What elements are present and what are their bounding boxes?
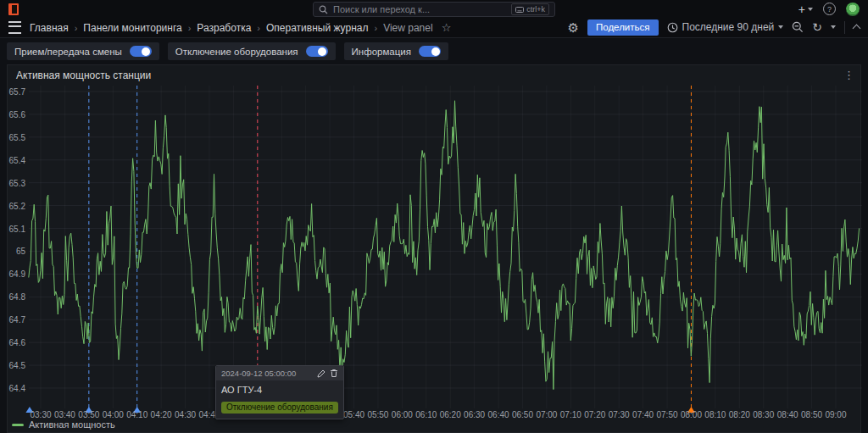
gear-icon[interactable]: ⚙ — [568, 21, 579, 34]
menu-icon[interactable] — [8, 21, 21, 34]
chart-panel: Активная мощность станции ⋮ 65.765.665.5… — [7, 64, 861, 433]
breadcrumb: Главная › Панели мониторинга › Разработк… — [30, 22, 433, 34]
y-tick-label: 65.4 — [8, 156, 25, 165]
filter-label: Информация — [352, 47, 411, 57]
keyboard-icon — [515, 7, 524, 13]
series-legend-label: Активная мощность — [29, 419, 115, 430]
chevron-right-icon: › — [188, 23, 192, 33]
time-range-label: Последние 90 дней — [682, 21, 775, 33]
chart-legend[interactable]: Активная мощность — [12, 419, 115, 430]
chevron-up-icon[interactable] — [853, 25, 861, 33]
breadcrumb-view-panel: View panel — [383, 22, 433, 34]
shortcut-label: ctrl+k — [526, 5, 545, 14]
y-tick-label: 64.7 — [8, 315, 25, 325]
search-placeholder: Поиск или переход к... — [333, 4, 430, 14]
filter-shift-handover: Прием/передача смены — [7, 42, 159, 60]
app-logo[interactable] — [8, 3, 19, 15]
y-tick-label: 64.8 — [8, 292, 25, 302]
annotation-tag[interactable]: Отключение оборудования — [221, 402, 338, 414]
star-icon[interactable]: ☆ — [442, 21, 452, 34]
x-tick-label: 09:00 — [819, 410, 853, 419]
chevron-down-icon — [778, 25, 783, 29]
clock-icon — [667, 22, 678, 33]
breadcrumb-journal[interactable]: Оперативный журнал — [266, 22, 368, 34]
filter-label: Прием/передача смены — [14, 47, 122, 57]
annotation-filters: Прием/передача смены Отключение оборудов… — [0, 38, 868, 64]
breadcrumb-home[interactable]: Главная — [30, 22, 69, 34]
toggle-equipment-shutdown[interactable] — [306, 46, 328, 57]
chevron-right-icon: › — [374, 23, 377, 33]
annotation-datetime: 2024-09-12 05:00:00 — [221, 369, 296, 378]
edit-annotation-icon[interactable] — [317, 369, 326, 378]
refresh-icon[interactable]: ↻ — [812, 20, 822, 34]
search-input[interactable]: Поиск или переход к... ctrl+k — [313, 2, 555, 17]
toggle-information[interactable] — [419, 46, 441, 57]
chevron-down-icon — [808, 8, 813, 11]
y-tick-label: 64.6 — [8, 338, 25, 347]
top-bar: Поиск или переход к... ctrl+k + ? — [0, 0, 868, 18]
add-menu-button[interactable]: + — [798, 3, 813, 15]
nav-bar: Главная › Панели мониторинга › Разработк… — [0, 18, 868, 38]
toggle-shift-handover[interactable] — [130, 46, 152, 57]
series-line — [29, 101, 860, 390]
series-color-swatch — [12, 424, 24, 426]
share-button[interactable]: Поделиться — [587, 19, 659, 36]
y-tick-label: 65 — [8, 247, 25, 256]
zoom-out-icon[interactable] — [792, 21, 804, 33]
y-tick-label: 65.7 — [8, 87, 25, 97]
chevron-right-icon: › — [75, 23, 78, 33]
breadcrumb-dashboards[interactable]: Панели мониторинга — [83, 22, 181, 34]
y-tick-label: 64.4 — [8, 384, 25, 393]
y-tick-label: 65.2 — [8, 202, 25, 211]
y-tick-label: 64.5 — [8, 361, 25, 370]
toolbar-divider — [844, 21, 845, 34]
annotation-tooltip-header: 2024-09-12 05:00:00 — [216, 366, 343, 380]
timeseries-chart[interactable] — [8, 65, 862, 433]
annotation-tooltip: 2024-09-12 05:00:00 АО ГТУ-4 Отключение … — [215, 365, 344, 419]
breadcrumb-development[interactable]: Разработка — [197, 22, 251, 34]
help-icon[interactable]: ? — [823, 3, 836, 15]
keyboard-shortcut-chip: ctrl+k — [511, 3, 549, 15]
y-tick-label: 65.5 — [8, 133, 25, 142]
delete-annotation-icon[interactable] — [330, 369, 338, 378]
filter-label: Отключение оборудования — [175, 47, 298, 57]
search-icon — [319, 5, 328, 14]
time-range-picker[interactable]: Последние 90 дней — [667, 21, 784, 33]
y-tick-label: 64.9 — [8, 269, 25, 279]
chevron-down-icon[interactable] — [831, 25, 836, 29]
user-avatar[interactable] — [846, 3, 860, 16]
y-tick-label: 65.6 — [8, 110, 25, 119]
annotation-title: АО ГТУ-4 — [221, 385, 338, 395]
chevron-right-icon: › — [257, 23, 260, 33]
plus-icon: + — [798, 3, 805, 15]
filter-information: Информация — [344, 42, 448, 60]
annotation-tooltip-body: АО ГТУ-4 Отключение оборудования — [216, 380, 343, 419]
filter-equipment-shutdown: Отключение оборудования — [168, 42, 336, 60]
y-tick-label: 65.1 — [8, 225, 25, 234]
y-tick-label: 65.3 — [8, 179, 25, 188]
